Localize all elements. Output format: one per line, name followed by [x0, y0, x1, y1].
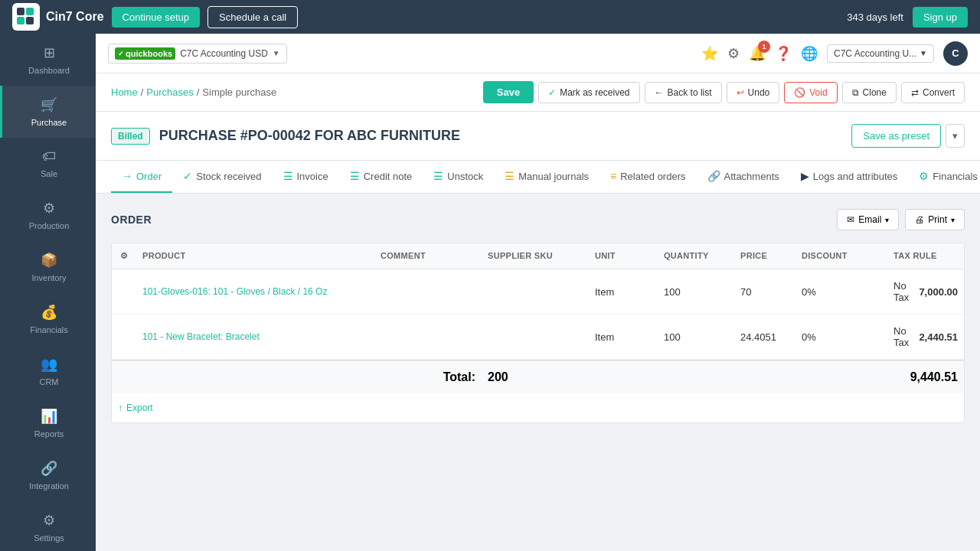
- convert-button[interactable]: ⇄ Convert: [901, 82, 965, 103]
- total-row: Total: 200 9,440.51: [112, 360, 964, 393]
- void-button[interactable]: 🚫 Void: [784, 82, 837, 103]
- undo-icon: ↩: [737, 87, 744, 98]
- undo-label: Undo: [748, 87, 770, 98]
- product-link-2[interactable]: 101 - New Bracelet: Bracelet: [142, 331, 260, 342]
- sidebar-item-reports[interactable]: 📊 Reports: [0, 397, 96, 449]
- sidebar-item-dashboard[interactable]: ⊞ Dashboard: [0, 34, 96, 86]
- sidebar-label-sale: Sale: [41, 169, 57, 178]
- td-gear-2: [112, 315, 136, 359]
- preset-label: Save as preset: [863, 130, 929, 142]
- tab-unstock[interactable]: ☰ Unstock: [423, 161, 494, 193]
- back-to-list-button[interactable]: ← Back to list: [645, 82, 722, 103]
- sidebar-item-purchase[interactable]: 🛒 Purchase: [0, 86, 96, 138]
- logo: Cin7 Core: [12, 3, 104, 31]
- content-area: ✓ quickbooks C7C Accounting USD ▼ ⭐ ⚙ 🔔 …: [96, 34, 980, 551]
- back-label: Back to list: [668, 87, 712, 98]
- tab-related-orders[interactable]: ≡ Related orders: [599, 161, 696, 193]
- schedule-call-button[interactable]: Schedule a call: [207, 6, 298, 28]
- sidebar-item-settings[interactable]: ⚙ Settings: [0, 501, 96, 551]
- continue-setup-button[interactable]: Continue setup: [112, 7, 200, 28]
- print-icon: 🖨: [915, 214, 924, 225]
- purchase-header: Billed PURCHASE #PO-00042 FOR ABC FURNIT…: [96, 112, 980, 161]
- product-link-1[interactable]: 101-Gloves-016: 101 - Gloves / Black / 1…: [142, 286, 327, 297]
- email-button[interactable]: ✉ Email ▾: [837, 209, 899, 230]
- th-quantity: QUANTITY: [658, 243, 734, 269]
- void-icon: 🚫: [794, 87, 805, 98]
- th-gear: ⚙: [112, 243, 136, 269]
- save-as-preset-button[interactable]: Save as preset: [851, 124, 941, 148]
- td-total-2: 2,440.51: [919, 331, 958, 343]
- sidebar-label-crm: CRM: [39, 377, 58, 386]
- print-chevron: ▾: [951, 216, 955, 224]
- total-label-text: Total:: [443, 370, 475, 384]
- clone-button[interactable]: ⧉ Clone: [842, 82, 897, 103]
- undo-button[interactable]: ↩ Undo: [727, 82, 780, 103]
- breadcrumb-purchases[interactable]: Purchases: [146, 86, 193, 98]
- sidebar-item-financials[interactable]: 💰 Financials: [0, 293, 96, 345]
- tab-invoice[interactable]: ☰ Invoice: [273, 161, 339, 193]
- clone-label: Clone: [863, 87, 887, 98]
- table-row: 101-Gloves-016: 101 - Gloves / Black / 1…: [112, 269, 964, 315]
- logo-icon: [12, 3, 40, 31]
- td-product-2: 101 - New Bracelet: Bracelet: [136, 315, 374, 359]
- email-icon: ✉: [847, 214, 854, 225]
- quickbooks-selector[interactable]: ✓ quickbooks C7C Accounting USD ▼: [108, 44, 287, 64]
- void-label: Void: [809, 87, 827, 98]
- breadcrumb-sep1: /: [141, 86, 144, 98]
- tab-logs[interactable]: ▶ Logs and attributes: [790, 161, 909, 193]
- purchase-icon: 🛒: [41, 96, 57, 113]
- td-sku-2: [482, 315, 589, 359]
- total-quantity: 200: [482, 361, 589, 393]
- globe-button[interactable]: 🌐: [801, 45, 818, 62]
- th-price: PRICE: [734, 243, 795, 269]
- order-header-row: ORDER ✉ Email ▾ 🖨 Print ▾: [111, 209, 965, 230]
- gear-icon[interactable]: ⚙: [120, 251, 128, 261]
- qb-label: quickbooks: [126, 49, 172, 58]
- order-table: ⚙ PRODUCT COMMENT SUPPLIER SKU UNIT QUAN…: [111, 243, 965, 423]
- export-row[interactable]: ↑ Export: [112, 393, 964, 422]
- sidebar-item-sale[interactable]: 🏷 Sale: [0, 138, 96, 189]
- tab-credit-note[interactable]: ☰ Credit note: [339, 161, 423, 193]
- breadcrumb-home[interactable]: Home: [111, 86, 138, 98]
- user-avatar[interactable]: C: [943, 41, 968, 66]
- sidebar-item-integration[interactable]: 🔗 Integration: [0, 449, 96, 501]
- collapse-button[interactable]: ▾: [946, 124, 965, 148]
- sidebar-label-inventory: Inventory: [31, 273, 66, 282]
- sidebar-item-crm[interactable]: 👥 CRM: [0, 345, 96, 397]
- account-selector[interactable]: C7C Accounting U... ▼: [827, 44, 934, 63]
- mark-received-icon: ✓: [548, 87, 556, 98]
- mark-received-button[interactable]: ✓ Mark as received: [538, 82, 639, 103]
- signup-button[interactable]: Sign up: [913, 7, 968, 28]
- total-amount-text: 9,440.51: [910, 370, 958, 384]
- tab-attachments[interactable]: 🔗 Attachments: [697, 161, 790, 193]
- td-product-1: 101-Gloves-016: 101 - Gloves / Black / 1…: [136, 269, 374, 314]
- sub-topbar: ✓ quickbooks C7C Accounting USD ▼ ⭐ ⚙ 🔔 …: [96, 34, 980, 73]
- account-chevron-icon: ▼: [920, 49, 927, 57]
- tab-ro-icon: ≡: [610, 170, 616, 182]
- td-sku-1: [482, 269, 589, 314]
- tab-mj-label: Manual journals: [518, 171, 589, 182]
- sidebar-item-production[interactable]: ⚙ Production: [0, 189, 96, 241]
- tab-stock-received[interactable]: ✓ Stock received: [172, 161, 272, 193]
- th-tax-rule: TAX RULE: [887, 243, 964, 269]
- tab-manual-journals[interactable]: ☰ Manual journals: [494, 161, 599, 193]
- export-label: Export: [126, 403, 153, 413]
- settings-wheel-button[interactable]: ⚙: [727, 45, 740, 62]
- save-button[interactable]: Save: [483, 81, 534, 103]
- th-discount: DISCOUNT: [795, 243, 887, 269]
- help-button[interactable]: ❓: [775, 45, 792, 62]
- tab-logs-icon: ▶: [801, 170, 809, 182]
- email-chevron: ▾: [885, 216, 889, 224]
- star-button[interactable]: ⭐: [701, 45, 718, 62]
- email-label: Email: [858, 214, 881, 225]
- back-icon: ←: [655, 87, 664, 98]
- tab-financials[interactable]: ⚙ Financials: [908, 161, 980, 193]
- tab-order[interactable]: → Order: [111, 161, 172, 193]
- sidebar-item-inventory[interactable]: 📦 Inventory: [0, 241, 96, 293]
- tab-unstock-icon: ☰: [433, 170, 443, 182]
- sidebar-label-settings: Settings: [34, 533, 64, 543]
- print-button[interactable]: 🖨 Print ▾: [905, 209, 965, 230]
- notification-button[interactable]: 🔔 1: [749, 45, 766, 62]
- th-product: PRODUCT: [136, 243, 374, 269]
- td-tax-1: No Tax 7,000.00: [887, 269, 964, 314]
